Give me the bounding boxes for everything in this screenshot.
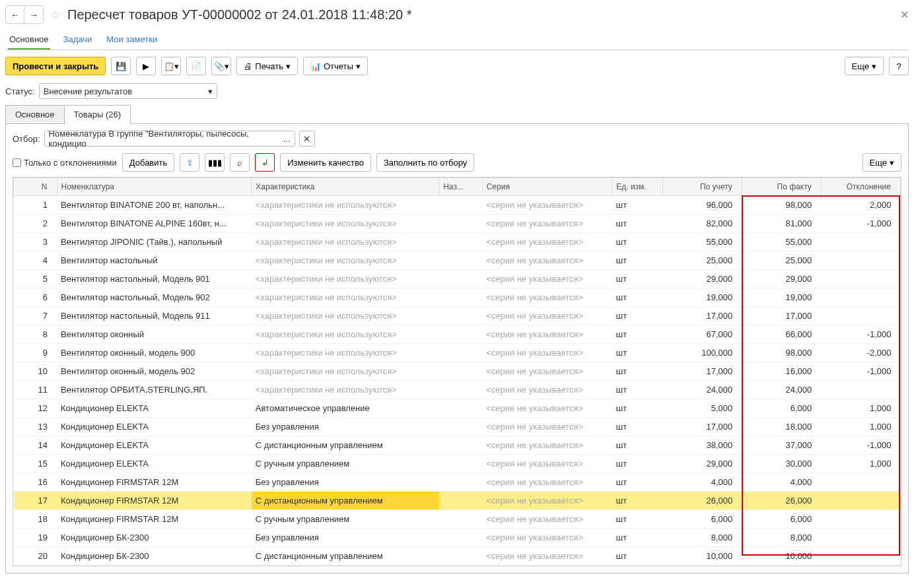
- copy-icon: 📋▾: [164, 61, 179, 71]
- share-button[interactable]: ⇪: [180, 153, 199, 172]
- table-row[interactable]: 17 Кондиционер FIRMSTAR 12M С дистанцион…: [14, 492, 901, 510]
- table-row[interactable]: 10 Вентилятор оконный, модель 902 <харак…: [14, 362, 901, 381]
- filter-clear-button[interactable]: ✕: [299, 131, 315, 147]
- close-button[interactable]: ✕: [900, 9, 909, 21]
- tab2-goods[interactable]: Товары (26): [65, 105, 131, 124]
- col-acc[interactable]: По учету: [662, 178, 742, 196]
- back-button[interactable]: ←: [6, 6, 24, 23]
- table-row[interactable]: 7 Вентилятор настольный, Модель 911 <хар…: [14, 307, 901, 325]
- table-row[interactable]: 15 Кондиционер ELEKTA С ручным управлени…: [14, 455, 901, 473]
- import-button[interactable]: ↲: [255, 153, 275, 172]
- table-row[interactable]: 6 Вентилятор настольный, Модель 902 <хар…: [14, 288, 901, 307]
- table-row[interactable]: 13 Кондиционер ELEKTA Без управления <се…: [14, 418, 901, 436]
- print-icon: 🖨: [244, 61, 252, 71]
- save-icon: 💾: [116, 61, 126, 71]
- filter-label: Отбор:: [13, 134, 40, 144]
- scan-icon: ⌕: [237, 158, 242, 168]
- col-unit[interactable]: Ед. изм.: [612, 178, 662, 196]
- table-row[interactable]: 18 Кондиционер FIRMSTAR 12M С ручным упр…: [14, 510, 901, 529]
- save-button[interactable]: 💾: [111, 57, 131, 75]
- status-label: Статус:: [5, 86, 35, 96]
- process-icon: ▶: [143, 61, 149, 71]
- table-row[interactable]: 19 Кондиционер БК-2300 Без управления <с…: [14, 529, 901, 547]
- fill-by-filter-button[interactable]: Заполнить по отбору: [376, 153, 474, 172]
- barcode-icon: ▮▮▮: [208, 158, 222, 168]
- col-dev[interactable]: Отклонение: [821, 178, 900, 196]
- page-title: Пересчет товаров УТ-00000002 от 24.01.20…: [67, 7, 412, 22]
- copy-button[interactable]: 📋▾: [161, 57, 181, 75]
- reports-button[interactable]: 📊 Отчеты ▾: [303, 57, 368, 75]
- goods-table[interactable]: N Номенклатура Характеристика Наз... Сер…: [13, 177, 901, 566]
- attach-icon: 📎▾: [214, 61, 229, 71]
- col-n[interactable]: N: [14, 178, 57, 196]
- process-button[interactable]: ▶: [136, 57, 156, 75]
- tab-tasks[interactable]: Задачи: [62, 30, 94, 49]
- col-fact[interactable]: По факту: [742, 178, 821, 196]
- tab2-main[interactable]: Основное: [5, 105, 65, 124]
- col-naz[interactable]: Наз...: [439, 178, 483, 196]
- status-select[interactable]: Внесение результатов▾: [39, 83, 217, 99]
- tab-main[interactable]: Основное: [8, 30, 50, 49]
- favorite-icon[interactable]: ☆: [50, 7, 61, 22]
- table-row[interactable]: 8 Вентилятор оконный <характеристики не …: [14, 325, 901, 344]
- change-quality-button[interactable]: Изменить качество: [280, 153, 371, 172]
- table-row[interactable]: 11 Вентилятор ОРБИТА,STERLING,ЯП. <харак…: [14, 381, 901, 399]
- table-row[interactable]: 14 Кондиционер ELEKTA С дистанционным уп…: [14, 436, 901, 455]
- forward-button[interactable]: →: [24, 6, 43, 23]
- table-row[interactable]: 3 Вентилятор JIPONIC (Тайв.), напольный …: [14, 233, 901, 251]
- col-nom[interactable]: Номенклатура: [57, 178, 252, 196]
- more-button[interactable]: Еще ▾: [845, 57, 884, 75]
- reports-icon: 📊: [310, 61, 321, 71]
- table-row[interactable]: 5 Вентилятор настольный, Модель 901 <хар…: [14, 270, 901, 288]
- table-row[interactable]: 2 Вентилятор BINATONE ALPINE 160вт, н...…: [14, 214, 901, 233]
- share-icon: ⇪: [186, 158, 193, 168]
- filter-input[interactable]: Номенклатура В группе "Вентиляторы, пыле…: [44, 131, 295, 147]
- print-button[interactable]: 🖨 Печать ▾: [236, 57, 298, 75]
- table-more-button[interactable]: Еще ▾: [862, 153, 901, 172]
- doc-icon: 📄: [191, 61, 201, 71]
- table-row[interactable]: 1 Вентилятор BINATONE 200 вт, напольн...…: [14, 196, 901, 214]
- table-row[interactable]: 20 Кондиционер БК-2300 С дистанционным у…: [14, 547, 901, 566]
- table-row[interactable]: 9 Вентилятор оконный, модель 900 <характ…: [14, 344, 901, 362]
- barcode-button[interactable]: ▮▮▮: [205, 153, 225, 172]
- col-ser[interactable]: Серия: [482, 178, 612, 196]
- help-button[interactable]: ?: [889, 57, 909, 75]
- scan-button[interactable]: ⌕: [230, 153, 250, 172]
- table-row[interactable]: 4 Вентилятор настольный <характеристики …: [14, 251, 901, 270]
- table-row[interactable]: 16 Кондиционер FIRMSTAR 12M Без управлен…: [14, 473, 901, 492]
- table-row[interactable]: 12 Кондиционер ELEKTA Автоматическое упр…: [14, 399, 901, 418]
- process-close-button[interactable]: Провести и закрыть: [5, 57, 106, 75]
- doc-button[interactable]: 📄: [186, 57, 206, 75]
- chevron-down-icon: ▾: [208, 86, 213, 96]
- col-char[interactable]: Характеристика: [252, 178, 439, 196]
- import-icon: ↲: [262, 158, 269, 168]
- add-button[interactable]: Добавить: [122, 153, 174, 172]
- tab-notes[interactable]: Мои заметки: [105, 30, 158, 49]
- only-deviations-checkbox[interactable]: Только с отклонениями: [13, 158, 117, 168]
- attach-button[interactable]: 📎▾: [211, 57, 231, 75]
